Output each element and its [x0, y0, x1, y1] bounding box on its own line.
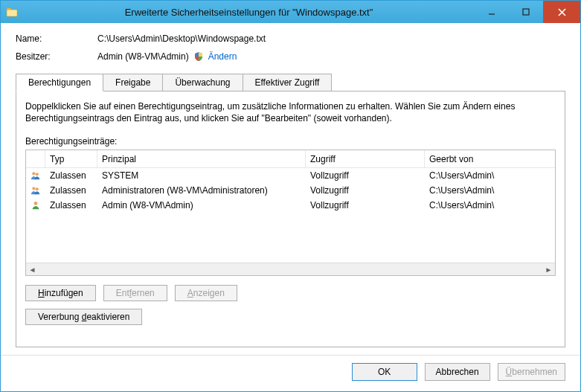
tab-strip: Berechtigungen Freigabe Überwachung Effe… — [16, 74, 565, 91]
cell-type: Zulassen — [45, 200, 97, 211]
tab-share[interactable]: Freigabe — [103, 74, 163, 91]
cell-access: Vollzugriff — [306, 200, 425, 211]
list-rows: ZulassenSYSTEMVollzugriffC:\Users\Admin\… — [26, 168, 555, 263]
cell-type: Zulassen — [45, 185, 97, 196]
name-value: C:\Users\Admin\Desktop\Windowspage.txt — [97, 33, 266, 44]
inherit-buttons: Vererbung deaktivieren — [25, 309, 556, 325]
svg-rect-1 — [7, 10, 17, 16]
change-owner-link[interactable]: Ändern — [208, 51, 237, 62]
ok-button[interactable]: OK — [352, 363, 417, 381]
svg-point-7 — [36, 173, 39, 176]
owner-label: Besitzer: — [16, 51, 97, 62]
horizontal-scrollbar[interactable]: ◄ ► — [26, 263, 555, 275]
footer: OK Abbrechen Übernehmen — [1, 355, 580, 391]
table-row[interactable]: ZulassenAdministratoren (W8-VM\Administr… — [26, 183, 555, 198]
window-controls — [475, 1, 580, 23]
name-label: Name: — [16, 33, 97, 44]
col-type[interactable]: Typ — [45, 150, 97, 167]
shield-icon — [193, 51, 204, 62]
remove-button: Entfernen — [103, 285, 167, 301]
svg-rect-3 — [523, 9, 529, 15]
col-access[interactable]: Zugriff — [306, 150, 425, 167]
titlebar[interactable]: Erweiterte Sicherheitseinstellungen für … — [1, 1, 580, 23]
col-icon[interactable] — [26, 150, 45, 167]
cell-inherited: C:\Users\Admin\ — [425, 185, 555, 196]
disable-inheritance-button[interactable]: Vererbung deaktivieren — [25, 309, 142, 325]
window-title: Erweiterte Sicherheitseinstellungen für … — [23, 7, 475, 18]
cell-inherited: C:\Users\Admin\ — [425, 200, 555, 211]
svg-point-8 — [32, 187, 35, 190]
cell-principal: Administratoren (W8-VM\Administratoren) — [97, 185, 306, 196]
cell-inherited: C:\Users\Admin\ — [425, 170, 555, 181]
principal-icon — [26, 199, 45, 211]
permission-list[interactable]: Typ Prinzipal Zugriff Geerbt von Zulasse… — [25, 150, 556, 276]
cell-principal: Admin (W8-VM\Admin) — [97, 200, 306, 211]
apply-button: Übernehmen — [498, 363, 565, 381]
col-inherited[interactable]: Geerbt von — [425, 150, 555, 167]
owner-row: Besitzer: Admin (W8-VM\Admin) Ändern — [16, 51, 565, 62]
svg-point-9 — [36, 188, 39, 191]
cancel-button[interactable]: Abbrechen — [425, 363, 490, 381]
tab-permissions[interactable]: Berechtigungen — [16, 74, 103, 91]
close-button[interactable] — [543, 1, 580, 23]
list-buttons: Hinzufügen Entfernen Anzeigen — [25, 285, 556, 301]
view-button: Anzeigen — [175, 285, 237, 301]
scroll-right-icon[interactable]: ► — [542, 266, 555, 274]
svg-point-6 — [32, 173, 35, 176]
tab-audit[interactable]: Überwachung — [162, 74, 243, 91]
name-row: Name: C:\Users\Admin\Desktop\Windowspage… — [16, 33, 565, 44]
tab-body: Doppelklicken Sie auf einen Berechtigung… — [16, 91, 565, 347]
window: Erweiterte Sicherheitseinstellungen für … — [0, 0, 581, 392]
cell-type: Zulassen — [45, 170, 97, 181]
app-icon — [1, 6, 23, 18]
scroll-left-icon[interactable]: ◄ — [26, 266, 39, 274]
principal-icon — [26, 184, 45, 196]
cell-access: Vollzugriff — [306, 185, 425, 196]
add-button[interactable]: Hinzufügen — [25, 285, 96, 301]
maximize-button[interactable] — [509, 1, 543, 23]
entries-label: Berechtigungseinträge: — [25, 136, 556, 147]
table-row[interactable]: ZulassenAdmin (W8-VM\Admin)VollzugriffC:… — [26, 198, 555, 213]
list-header[interactable]: Typ Prinzipal Zugriff Geerbt von — [26, 150, 555, 168]
cell-principal: SYSTEM — [97, 170, 306, 181]
owner-value: Admin (W8-VM\Admin) — [97, 51, 189, 62]
content: Name: C:\Users\Admin\Desktop\Windowspage… — [1, 23, 580, 355]
cell-access: Vollzugriff — [306, 170, 425, 181]
table-row[interactable]: ZulassenSYSTEMVollzugriffC:\Users\Admin\ — [26, 168, 555, 183]
principal-icon — [26, 170, 45, 181]
tab-effective[interactable]: Effektiver Zugriff — [243, 74, 333, 91]
hint-text: Doppelklicken Sie auf einen Berechtigung… — [25, 100, 556, 124]
col-principal[interactable]: Prinzipal — [97, 150, 306, 167]
minimize-button[interactable] — [475, 1, 509, 23]
svg-point-10 — [34, 202, 38, 205]
